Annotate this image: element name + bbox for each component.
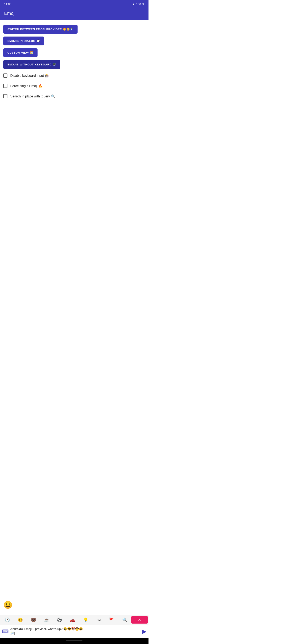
main-content: SWITCH BETWEEN EMOJI PROVIDER 🤩😆🕺 EMOJIS… — [0, 20, 148, 110]
status-right: ▲ 100 % — [132, 2, 144, 6]
checkboxes-section: Disable keyboard input 🎰 Force single Em… — [3, 74, 145, 98]
search-in-place-row: Search in place with :query 🔍 — [3, 94, 145, 98]
emojis-without-keyboard-button[interactable]: EMOJIS WITHOUT KEYBOARD 🖥️ — [3, 60, 60, 69]
status-time: 11:00 — [4, 2, 11, 6]
emojis-in-dialog-button[interactable]: EMOJIS IN DIALOG 💬 — [3, 36, 44, 46]
force-single-emoji-row: Force single Emoji 🔥 — [3, 84, 145, 88]
switch-provider-button[interactable]: SWITCH BETWEEN EMOJI PROVIDER 🤩😆🕺 — [3, 25, 77, 34]
app-title: Emoji — [4, 11, 144, 16]
custom-view-button[interactable]: CUSTOM VIEW 🖼️ — [3, 48, 37, 57]
buttons-section: SWITCH BETWEEN EMOJI PROVIDER 🤩😆🕺 EMOJIS… — [3, 25, 145, 72]
battery-status: 100 % — [136, 2, 144, 6]
disable-keyboard-checkbox[interactable] — [3, 74, 7, 78]
search-in-place-label: Search in place with :query 🔍 — [10, 94, 55, 98]
disable-keyboard-row: Disable keyboard input 🎰 — [3, 74, 145, 78]
force-single-emoji-label: Force single Emoji 🔥 — [10, 84, 42, 88]
search-in-place-checkbox[interactable] — [3, 94, 7, 98]
status-bar: 11:00 ▲ 100 % — [0, 0, 148, 8]
signal-icon: ▲ — [132, 2, 135, 6]
force-single-emoji-checkbox[interactable] — [3, 84, 7, 88]
app-bar: Emoji — [0, 8, 148, 20]
disable-keyboard-label: Disable keyboard input 🎰 — [10, 74, 49, 78]
